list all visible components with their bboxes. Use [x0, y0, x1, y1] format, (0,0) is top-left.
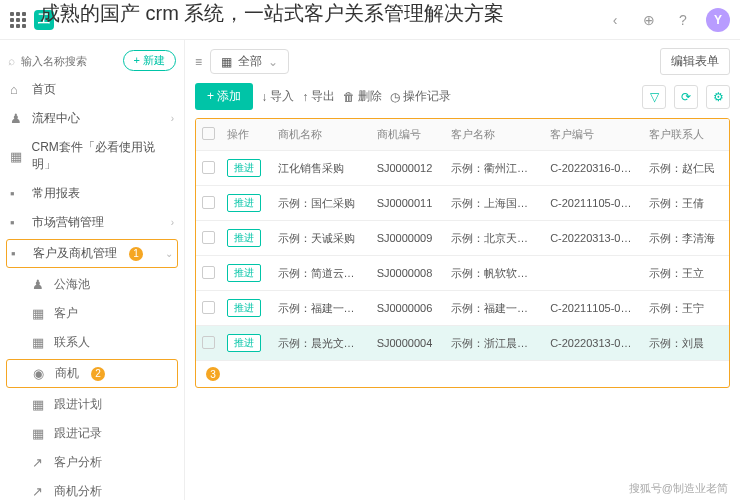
table-row[interactable]: 推进示例：国仁采购SJ0000011示例：上海国仁有限...C-20211105…: [196, 186, 729, 221]
search-icon: ⌕: [8, 54, 15, 68]
cell-cnum: C-20211105-0000001: [544, 186, 643, 221]
sidebar-item[interactable]: ▪市场营销管理›: [0, 208, 184, 237]
folder-icon: ▦: [32, 335, 46, 350]
chevron-icon: ›: [171, 113, 174, 124]
folder-icon: ▦: [10, 149, 24, 164]
folder-icon: ▦: [32, 426, 46, 441]
cell-cnum: C-20211105-0000004: [544, 291, 643, 326]
view-selector[interactable]: ▦ 全部 ⌄: [210, 49, 289, 74]
sidebar-item[interactable]: ▦客户: [0, 299, 184, 328]
grid-icon: ▦: [221, 55, 232, 69]
new-button[interactable]: + 新建: [123, 50, 176, 71]
cell-code: SJ0000012: [371, 151, 445, 186]
sidebar-item[interactable]: ♟公海池: [0, 270, 184, 299]
push-button[interactable]: 推进: [227, 264, 261, 282]
column-header[interactable]: 操作: [221, 119, 272, 151]
sidebar-item-label: 公海池: [54, 276, 90, 293]
sidebar-item[interactable]: ▪客户及商机管理1⌄: [6, 239, 178, 268]
sidebar-item-label: CRM套件「必看使用说明」: [32, 139, 174, 173]
settings-button[interactable]: ⚙: [706, 85, 730, 109]
chevron-down-icon: ⌄: [268, 55, 278, 69]
table-row[interactable]: 推进示例：天诚采购SJ0000009示例：北京天诚软件...C-20220313…: [196, 221, 729, 256]
sidebar-item[interactable]: ↗商机分析: [0, 477, 184, 500]
cell-customer: 示例：福建一高集团: [445, 291, 544, 326]
sidebar-item[interactable]: ◉商机2: [6, 359, 178, 388]
sidebar-item[interactable]: ↗客户分析: [0, 448, 184, 477]
edit-form-button[interactable]: 编辑表单: [660, 48, 730, 75]
sidebar-item[interactable]: ▦跟进记录: [0, 419, 184, 448]
sidebar-item-label: 跟进计划: [54, 396, 102, 413]
overlay-headline: 成熟的国产 crm 系统，一站式客户关系管理解决方案: [40, 0, 504, 27]
folder-icon: ▪: [10, 186, 24, 201]
row-checkbox[interactable]: [202, 301, 215, 314]
table-row[interactable]: 推进示例：福建一高3月订单SJ0000006示例：福建一高集团C-2021110…: [196, 291, 729, 326]
annotation-badge: 2: [91, 367, 105, 381]
cell-name: 示例：简道云采购: [272, 256, 371, 291]
sidebar-item-label: 市场营销管理: [32, 214, 104, 231]
cell-contact: 示例：王宁: [643, 291, 729, 326]
import-button[interactable]: ↓导入: [261, 88, 294, 105]
table-row[interactable]: 推进示例：晨光文具设备...SJ0000004示例：浙江晨光文具...C-202…: [196, 326, 729, 361]
sidebar-item[interactable]: ▦跟进计划: [0, 390, 184, 419]
cell-customer: 示例：浙江晨光文具...: [445, 326, 544, 361]
folder-icon: ▦: [32, 397, 46, 412]
push-button[interactable]: 推进: [227, 334, 261, 352]
cell-name: 示例：天诚采购: [272, 221, 371, 256]
column-header[interactable]: 客户编号: [544, 119, 643, 151]
sidebar-item-label: 首页: [32, 81, 56, 98]
data-table: 操作商机名称商机编号客户名称客户编号客户联系人 推进江化销售采购SJ000001…: [195, 118, 730, 388]
sidebar-item[interactable]: ▦联系人: [0, 328, 184, 357]
cell-name: 江化销售采购: [272, 151, 371, 186]
add-button[interactable]: + 添加: [195, 83, 253, 110]
push-button[interactable]: 推进: [227, 229, 261, 247]
table-row[interactable]: 推进江化销售采购SJ0000012示例：衢州江化集团C-20220316-000…: [196, 151, 729, 186]
cell-contact: 示例：李清海: [643, 221, 729, 256]
cell-cnum: [544, 256, 643, 291]
notification-icon[interactable]: ⊕: [638, 9, 660, 31]
search-input[interactable]: [21, 55, 117, 67]
refresh-button[interactable]: ⟳: [674, 85, 698, 109]
filter-button[interactable]: ▽: [642, 85, 666, 109]
cell-code: SJ0000004: [371, 326, 445, 361]
push-button[interactable]: 推进: [227, 159, 261, 177]
app-grid-icon[interactable]: [10, 12, 26, 28]
push-button[interactable]: 推进: [227, 194, 261, 212]
cell-customer: 示例：北京天诚软件...: [445, 221, 544, 256]
chevron-icon: ›: [171, 217, 174, 228]
export-button[interactable]: ↑导出: [302, 88, 335, 105]
sidebar-item-label: 客户: [54, 305, 78, 322]
column-header[interactable]: 客户联系人: [643, 119, 729, 151]
select-all-checkbox[interactable]: [202, 127, 215, 140]
sidebar-item[interactable]: ⌂首页: [0, 75, 184, 104]
row-checkbox[interactable]: [202, 161, 215, 174]
cell-code: SJ0000008: [371, 256, 445, 291]
push-button[interactable]: 推进: [227, 299, 261, 317]
row-checkbox[interactable]: [202, 266, 215, 279]
cell-customer: 示例：帆软软件有限公司: [445, 256, 544, 291]
delete-button[interactable]: 🗑删除: [343, 88, 382, 105]
sidebar-item[interactable]: ♟流程中心›: [0, 104, 184, 133]
nav-back-icon[interactable]: ‹: [604, 9, 626, 31]
cell-code: SJ0000009: [371, 221, 445, 256]
row-checkbox[interactable]: [202, 231, 215, 244]
cell-cnum: C-20220313-0000002: [544, 221, 643, 256]
table-row[interactable]: 推进示例：简道云采购SJ0000008示例：帆软软件有限公司示例：王立: [196, 256, 729, 291]
cell-contact: 示例：王立: [643, 256, 729, 291]
column-header[interactable]: 客户名称: [445, 119, 544, 151]
avatar[interactable]: Y: [706, 8, 730, 32]
sidebar-item[interactable]: ▦CRM套件「必看使用说明」: [0, 133, 184, 179]
folder-icon: ⌂: [10, 82, 24, 97]
sidebar-item[interactable]: ▪常用报表: [0, 179, 184, 208]
help-icon[interactable]: ?: [672, 9, 694, 31]
sidebar-item-label: 跟进记录: [54, 425, 102, 442]
annotation-badge-3: 3: [206, 367, 220, 381]
sidebar-item-label: 客户及商机管理: [33, 245, 117, 262]
row-checkbox[interactable]: [202, 336, 215, 349]
row-checkbox[interactable]: [202, 196, 215, 209]
column-header[interactable]: 商机名称: [272, 119, 371, 151]
sidebar-item-label: 商机分析: [54, 483, 102, 500]
column-header[interactable]: 商机编号: [371, 119, 445, 151]
folder-icon: ▪: [10, 215, 24, 230]
view-list-icon[interactable]: ≡: [195, 55, 202, 69]
log-button[interactable]: ◷操作记录: [390, 88, 451, 105]
